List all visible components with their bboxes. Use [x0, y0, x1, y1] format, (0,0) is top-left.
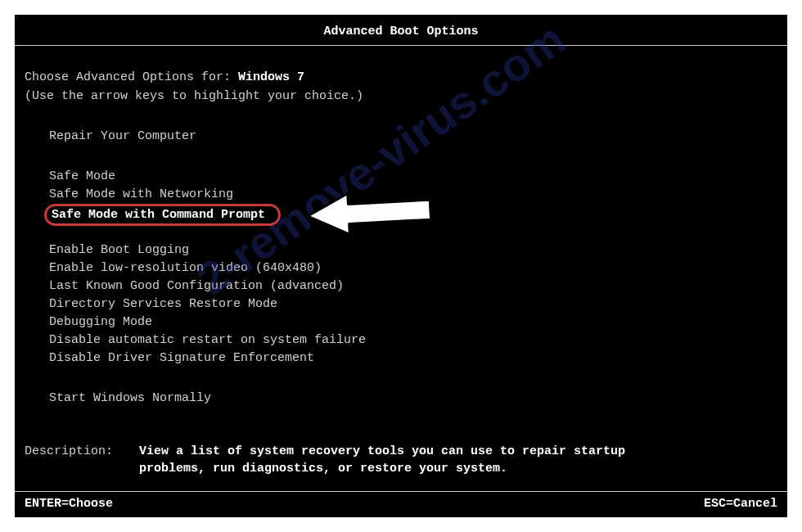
footer-enter: ENTER=Choose	[25, 495, 113, 512]
page-title: Advanced Boot Options	[15, 15, 787, 46]
footer-bar: ENTER=Choose ESC=Cancel	[15, 491, 787, 517]
menu-item-repair[interactable]: Repair Your Computer	[44, 128, 777, 145]
prompt-line: Choose Advanced Options for: Windows 7	[25, 69, 777, 86]
menu-group-safe-mode: Safe Mode Safe Mode with Networking Safe…	[25, 168, 777, 227]
menu-item-disable-sig-enforce[interactable]: Disable Driver Signature Enforcement	[44, 349, 777, 367]
footer-esc: ESC=Cancel	[704, 495, 777, 512]
description-block: Description: View a list of system recov…	[25, 443, 777, 477]
menu-item-safe-mode-networking[interactable]: Safe Mode with Networking	[44, 186, 777, 203]
menu-group-repair: Repair Your Computer	[25, 128, 777, 145]
os-name: Windows 7	[238, 70, 304, 84]
menu-item-safe-mode-cmd[interactable]: Safe Mode with Command Prompt	[44, 204, 281, 226]
menu-item-last-known-good[interactable]: Last Known Good Configuration (advanced)	[44, 277, 777, 295]
menu-item-debugging[interactable]: Debugging Mode	[44, 313, 777, 331]
hint-line: (Use the arrow keys to highlight your ch…	[25, 88, 777, 105]
menu-item-disable-auto-restart[interactable]: Disable automatic restart on system fail…	[44, 331, 777, 349]
content-area: Choose Advanced Options for: Windows 7 (…	[15, 46, 787, 477]
menu-group-normal: Start Windows Normally	[25, 390, 777, 407]
menu-item-start-normally[interactable]: Start Windows Normally	[44, 390, 777, 407]
boot-options-screen: Advanced Boot Options Choose Advanced Op…	[15, 15, 787, 517]
menu-group-advanced: Enable Boot Logging Enable low-resolutio…	[25, 241, 777, 367]
prompt-prefix: Choose Advanced Options for:	[25, 70, 238, 84]
description-text: View a list of system recovery tools you…	[139, 443, 647, 477]
menu-item-ds-restore[interactable]: Directory Services Restore Mode	[44, 295, 777, 313]
menu-item-boot-logging[interactable]: Enable Boot Logging	[44, 241, 777, 259]
description-label: Description:	[25, 443, 139, 477]
menu-item-safe-mode[interactable]: Safe Mode	[44, 168, 777, 185]
menu-item-low-res-video[interactable]: Enable low-resolution video (640x480)	[44, 259, 777, 277]
